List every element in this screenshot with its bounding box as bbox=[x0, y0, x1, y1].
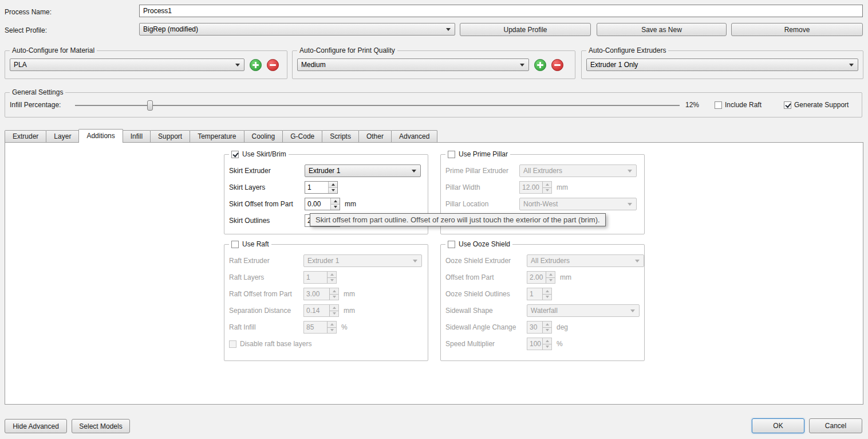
skirt-offset-value: 0.00 bbox=[305, 198, 330, 210]
generate-support-label: Generate Support bbox=[794, 101, 849, 109]
sidewall-shape-row: Sidewall Shape Waterfall bbox=[441, 304, 644, 317]
extruders-select[interactable]: Extruder 1 Only bbox=[586, 58, 858, 71]
skirt-layers-value: 1 bbox=[305, 182, 328, 193]
tab-gcode[interactable]: G-Code bbox=[282, 130, 322, 142]
use-ooze-shield-checkbox[interactable] bbox=[448, 241, 455, 248]
extruders-group-title-wrap: Auto-Configure Extruders bbox=[586, 46, 668, 54]
spinner-up-icon[interactable] bbox=[329, 182, 337, 187]
spinner-down-icon bbox=[543, 344, 551, 350]
pillar-width-spinner: 12.00 bbox=[519, 181, 552, 194]
ooze-outlines-row: Ooze Shield Outlines 1 bbox=[441, 288, 644, 300]
raft-title-wrap: Use Raft bbox=[229, 240, 271, 248]
skirt-layers-spinner[interactable]: 1 bbox=[305, 181, 338, 194]
material-select[interactable]: PLA bbox=[10, 58, 244, 71]
chevron-down-icon bbox=[520, 64, 524, 66]
tab-layer[interactable]: Layer bbox=[46, 130, 79, 142]
spinner-up-icon bbox=[328, 322, 336, 327]
remove-material-button[interactable] bbox=[267, 59, 279, 71]
material-select-value: PLA bbox=[14, 61, 27, 69]
sidewall-angle-label: Sidewall Angle Change bbox=[445, 323, 527, 331]
use-prime-pillar-checkbox[interactable] bbox=[448, 151, 455, 158]
separation-distance-spinner: 0.14 bbox=[303, 304, 339, 317]
add-quality-button[interactable] bbox=[534, 59, 546, 71]
disable-raft-base-checkbox bbox=[229, 340, 236, 348]
cancel-button[interactable]: Cancel bbox=[809, 418, 862, 433]
general-settings-title: General Settings bbox=[12, 88, 63, 96]
include-raft-checkbox[interactable] bbox=[715, 101, 722, 109]
raft-offset-value: 3.00 bbox=[304, 288, 329, 300]
general-settings-title-wrap: General Settings bbox=[10, 88, 65, 96]
generate-support-option: Generate Support bbox=[784, 100, 849, 110]
disable-raft-base-label: Disable raft base layers bbox=[240, 340, 311, 348]
update-profile-button[interactable]: Update Profile bbox=[460, 23, 591, 36]
tab-cooling[interactable]: Cooling bbox=[244, 130, 283, 142]
raft-offset-row: Raft Offset from Part 3.00 mm bbox=[224, 288, 428, 300]
infill-slider-handle[interactable] bbox=[147, 100, 153, 111]
tab-advanced[interactable]: Advanced bbox=[391, 130, 437, 142]
skirt-offset-spinner[interactable]: 0.00 bbox=[305, 198, 340, 210]
sidewall-angle-row: Sidewall Angle Change 30 deg bbox=[441, 321, 644, 334]
quality-group-title-wrap: Auto-Configure for Print Quality bbox=[297, 46, 397, 54]
speed-multiplier-value: 100 bbox=[527, 338, 542, 350]
spinner-down-icon[interactable] bbox=[329, 187, 337, 194]
tab-scripts[interactable]: Scripts bbox=[322, 130, 359, 142]
tab-support[interactable]: Support bbox=[150, 130, 190, 142]
quality-select[interactable]: Medium bbox=[297, 58, 529, 71]
ooze-outlines-label: Ooze Shield Outlines bbox=[445, 290, 527, 298]
spinner-down-icon bbox=[543, 327, 551, 334]
remove-button[interactable]: Remove bbox=[731, 23, 863, 36]
skirt-extruder-select[interactable]: Extruder 1 bbox=[305, 164, 421, 177]
sidewall-shape-value: Waterfall bbox=[531, 307, 558, 315]
remove-quality-button[interactable] bbox=[551, 59, 563, 71]
raft-extruder-select: Extruder 1 bbox=[303, 254, 422, 267]
speed-multiplier-row: Speed Multiplier 100 % bbox=[441, 338, 644, 350]
ok-button[interactable]: OK bbox=[752, 418, 804, 433]
prime-pillar-extruder-select: All Extruders bbox=[519, 164, 637, 177]
spinner-up-icon bbox=[543, 322, 551, 327]
separation-distance-label: Separation Distance bbox=[229, 307, 303, 315]
select-models-button[interactable]: Select Models bbox=[72, 419, 130, 433]
auto-configure-quality-group: Auto-Configure for Print Quality Medium bbox=[292, 50, 575, 79]
sidewall-angle-spinner: 30 bbox=[527, 321, 552, 334]
generate-support-checkbox[interactable] bbox=[784, 101, 791, 109]
raft-extruder-row: Raft Extruder Extruder 1 bbox=[224, 254, 428, 267]
raft-infill-row: Raft Infill 85 % bbox=[224, 321, 428, 334]
skirt-group-title: Use Skirt/Brim bbox=[242, 150, 286, 158]
skirt-offset-label: Skirt Offset from Part bbox=[229, 200, 305, 208]
chevron-down-icon bbox=[628, 170, 632, 173]
spinner-down-icon bbox=[330, 311, 338, 317]
spinner-down-icon bbox=[328, 327, 336, 334]
chevron-down-icon bbox=[635, 260, 640, 262]
tab-other[interactable]: Other bbox=[358, 130, 392, 142]
spinner-up-icon[interactable] bbox=[331, 198, 340, 204]
tab-infill[interactable]: Infill bbox=[123, 130, 151, 142]
add-material-button[interactable] bbox=[250, 59, 262, 71]
skirt-offset-row: Skirt Offset from Part 0.00 mm bbox=[224, 198, 428, 210]
pillar-width-unit: mm bbox=[557, 183, 568, 191]
raft-infill-value: 85 bbox=[304, 322, 327, 333]
ooze-extruder-value: All Extruders bbox=[531, 257, 570, 265]
hide-advanced-button[interactable]: Hide Advanced bbox=[5, 419, 67, 433]
chevron-down-icon bbox=[413, 260, 417, 262]
process-name-input[interactable] bbox=[139, 5, 863, 17]
skirt-extruder-row: Skirt Extruder Extruder 1 bbox=[224, 164, 428, 177]
sidewall-angle-unit: deg bbox=[557, 323, 568, 331]
sidewall-shape-label: Sidewall Shape bbox=[445, 307, 527, 315]
tab-extruder[interactable]: Extruder bbox=[5, 130, 46, 142]
use-skirt-checkbox[interactable] bbox=[231, 151, 239, 158]
skirt-offset-tooltip: Skirt offset from part outline. Offset o… bbox=[310, 213, 606, 226]
raft-layers-row: Raft Layers 1 bbox=[224, 271, 428, 284]
material-group-title-wrap: Auto-Configure for Material bbox=[10, 46, 97, 54]
auto-configure-material-group: Auto-Configure for Material PLA bbox=[5, 50, 287, 79]
use-raft-checkbox[interactable] bbox=[231, 241, 239, 248]
chevron-down-icon bbox=[235, 64, 240, 66]
spinner-up-icon bbox=[543, 338, 551, 344]
ooze-extruder-row: Ooze Shield Extruder All Extruders bbox=[441, 254, 644, 267]
tab-additions[interactable]: Additions bbox=[78, 129, 123, 143]
save-as-new-button[interactable]: Save as New bbox=[597, 23, 727, 36]
tab-temperature[interactable]: Temperature bbox=[190, 130, 244, 142]
spinner-down-icon[interactable] bbox=[331, 204, 340, 210]
chevron-down-icon bbox=[628, 203, 632, 206]
infill-slider[interactable] bbox=[75, 100, 680, 111]
profile-select[interactable]: BigRep (modified) bbox=[139, 23, 455, 36]
